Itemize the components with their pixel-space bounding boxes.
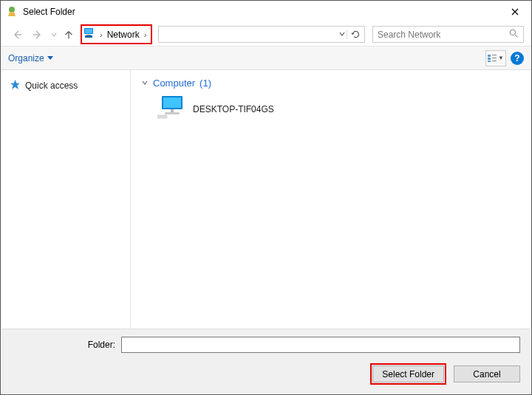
search-placeholder: Search Network	[378, 30, 440, 40]
close-button[interactable]	[499, 1, 531, 23]
svg-rect-13	[163, 97, 181, 108]
chevron-down-icon	[51, 32, 57, 38]
device-name: DESKTOP-TIF04GS	[193, 104, 274, 114]
up-button[interactable]	[61, 26, 76, 44]
chevron-right-icon: ›	[143, 30, 149, 39]
chevron-down-icon	[141, 79, 149, 88]
group-header-computer[interactable]: Computer (1)	[141, 78, 521, 89]
svg-rect-8	[488, 58, 491, 60]
svg-rect-16	[157, 115, 167, 118]
window-title: Select Folder	[23, 7, 499, 17]
address-dropdown[interactable]	[338, 30, 347, 38]
svg-point-0	[9, 7, 15, 13]
device-item[interactable]: DESKTOP-TIF04GS	[157, 96, 274, 122]
recent-dropdown[interactable]	[50, 26, 58, 44]
computer-icon	[157, 96, 185, 122]
sidebar: Quick access	[1, 70, 131, 346]
help-icon: ?	[514, 53, 519, 63]
group-label: Computer	[153, 78, 195, 89]
star-icon	[10, 79, 21, 92]
select-folder-button[interactable]: Select Folder	[372, 365, 444, 382]
refresh-button[interactable]	[347, 30, 361, 39]
search-icon	[509, 29, 519, 41]
svg-rect-10	[488, 61, 491, 62]
organize-label: Organize	[8, 53, 44, 63]
title-bar: Select Folder	[1, 1, 531, 23]
arrow-up-icon	[64, 30, 74, 40]
view-options-button[interactable]: ▼	[485, 50, 506, 66]
address-bar[interactable]	[158, 26, 365, 43]
search-input[interactable]: Search Network	[372, 26, 524, 43]
address-bar-highlight: › Network ›	[81, 24, 152, 44]
select-folder-highlight: Select Folder	[370, 363, 446, 385]
svg-rect-15	[165, 112, 180, 114]
view-icon	[488, 55, 497, 62]
breadcrumb-item: Network	[107, 30, 140, 40]
breadcrumb[interactable]: › Network ›	[98, 30, 148, 40]
forward-button[interactable]	[29, 26, 47, 44]
folder-input[interactable]	[121, 337, 520, 353]
svg-rect-6	[488, 55, 491, 57]
sidebar-item-quick-access[interactable]: Quick access	[7, 78, 124, 94]
back-button[interactable]	[8, 26, 26, 44]
svg-rect-7	[492, 55, 497, 55]
svg-rect-2	[85, 29, 92, 33]
svg-rect-9	[492, 58, 497, 58]
chevron-right-icon: ›	[98, 30, 104, 39]
chevron-down-icon	[339, 31, 345, 37]
toolbar: Organize ▼ ?	[1, 47, 531, 70]
organize-menu[interactable]: Organize	[8, 53, 53, 63]
app-icon	[7, 6, 18, 18]
refresh-icon	[351, 30, 361, 39]
sidebar-item-label: Quick access	[25, 80, 78, 91]
network-icon	[83, 27, 97, 42]
chevron-down-icon	[47, 56, 53, 60]
footer: Folder: Select Folder Cancel	[1, 329, 531, 394]
chevron-down-icon: ▼	[498, 55, 504, 61]
navigation-row: › Network › Search Network	[1, 23, 531, 47]
folder-label: Folder:	[12, 340, 115, 350]
arrow-right-icon	[32, 29, 44, 41]
svg-rect-4	[85, 35, 92, 38]
help-button[interactable]: ?	[511, 52, 524, 65]
cancel-button[interactable]: Cancel	[454, 365, 520, 382]
svg-point-5	[510, 30, 515, 35]
svg-rect-3	[86, 35, 91, 35]
svg-rect-14	[171, 109, 174, 112]
close-icon	[511, 8, 519, 16]
group-count: (1)	[200, 78, 211, 89]
arrow-left-icon	[11, 29, 23, 41]
main-pane: Computer (1) DESKTOP-TIF04GS	[131, 70, 531, 346]
svg-rect-11	[492, 61, 497, 61]
